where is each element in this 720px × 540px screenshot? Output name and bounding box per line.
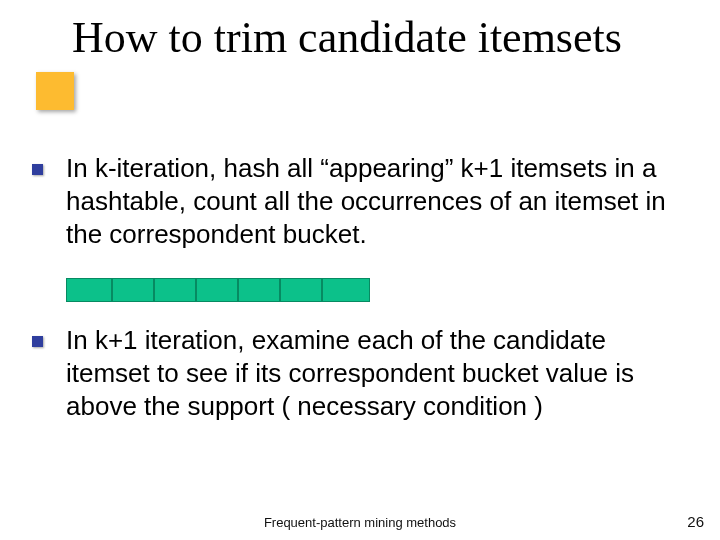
title-accent-square — [36, 72, 74, 110]
hash-bucket-cell — [112, 278, 154, 302]
page-number: 26 — [687, 513, 704, 530]
hash-bucket-cell — [280, 278, 322, 302]
hash-bucket-cell — [66, 278, 112, 302]
hash-buckets-row — [66, 278, 690, 302]
body-area: In k-iteration, hash all “appearing” k+1… — [30, 152, 690, 451]
bullet-text: In k+1 iteration, examine each of the ca… — [66, 324, 690, 422]
hash-bucket-cell — [238, 278, 280, 302]
footer-text: Frequent-pattern mining methods — [0, 515, 720, 530]
slide-title: How to trim candidate itemsets — [72, 14, 700, 62]
hash-bucket-cell — [322, 278, 370, 302]
title-wrap: How to trim candidate itemsets — [72, 14, 700, 62]
bullet-item: In k+1 iteration, examine each of the ca… — [30, 324, 690, 422]
bullet-item: In k-iteration, hash all “appearing” k+1… — [30, 152, 690, 250]
bullet-text: In k-iteration, hash all “appearing” k+1… — [66, 152, 690, 250]
bullet-marker-icon — [32, 164, 43, 175]
bullet-marker-icon — [32, 336, 43, 347]
hash-bucket-cell — [196, 278, 238, 302]
hash-bucket-cell — [154, 278, 196, 302]
